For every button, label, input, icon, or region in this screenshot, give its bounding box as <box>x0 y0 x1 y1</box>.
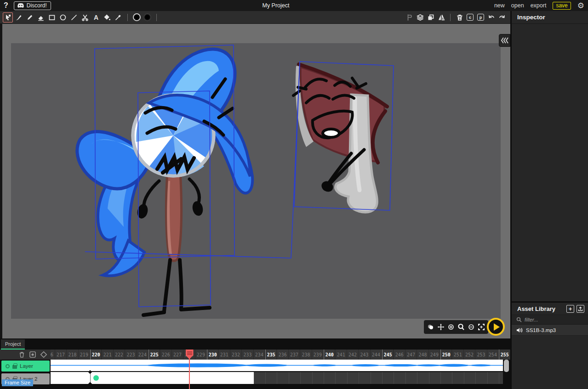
frame-number-cell[interactable]: 236 <box>277 350 289 360</box>
frame-gridline <box>324 372 324 384</box>
frame-number-cell[interactable]: 231 <box>219 350 230 360</box>
zoom-out-icon[interactable] <box>468 323 475 331</box>
frame-gridline <box>405 372 406 384</box>
frame-number-cell[interactable]: 251 <box>452 350 464 360</box>
frame-number-cell[interactable]: 249 <box>429 350 440 360</box>
delete-frame-icon[interactable] <box>18 351 25 358</box>
layer-visibility-icon[interactable] <box>6 364 10 368</box>
redo-icon[interactable] <box>497 12 507 23</box>
frame-number-cell[interactable]: 223 <box>125 350 137 360</box>
vertical-scrollbar[interactable] <box>504 360 509 372</box>
frame-number-cell[interactable]: 233 <box>242 350 253 360</box>
frame-number-cell[interactable]: 226 <box>160 350 172 360</box>
frame-number-cell[interactable]: 219 <box>79 350 90 360</box>
keyframe-dot[interactable] <box>93 375 99 381</box>
frame-number-cell[interactable]: 221 <box>102 350 114 360</box>
frame-number-cell[interactable]: 220 <box>90 350 102 360</box>
layer2-track[interactable] <box>51 372 503 384</box>
frames-area[interactable]: 2162172182192202212222232242252262272282… <box>51 350 510 389</box>
asset-item[interactable]: SS1B-3.mp3 <box>512 325 588 336</box>
frame-number-cell[interactable]: 242 <box>347 350 359 360</box>
top-bar: ? Discord! My Project new open export sa… <box>0 0 588 11</box>
frame-number-cell[interactable]: 255 <box>499 350 510 360</box>
frame-number-cell[interactable]: 241 <box>336 350 347 360</box>
recenter-icon[interactable] <box>478 323 485 331</box>
frame-number-cell[interactable]: 246 <box>394 350 405 360</box>
inspector-title: Inspector <box>517 14 545 21</box>
pan-icon[interactable] <box>437 323 445 331</box>
frame-number-cell[interactable]: 230 <box>207 350 218 360</box>
frame-number-cell[interactable]: 254 <box>487 350 499 360</box>
brush-tool[interactable] <box>14 12 24 23</box>
line-tool[interactable] <box>69 12 79 23</box>
collapse-panel-button[interactable] <box>499 34 510 47</box>
cursor-tool[interactable] <box>3 12 13 23</box>
ellipse-tool[interactable] <box>58 12 68 23</box>
frame-number-cell[interactable]: 243 <box>359 350 370 360</box>
frame-number-cell[interactable]: 217 <box>55 350 67 360</box>
frame-size-tooltip: Frame Size <box>2 379 33 386</box>
stack-icon[interactable] <box>415 12 425 23</box>
frame-number-cell[interactable]: 244 <box>371 350 382 360</box>
paste-icon[interactable]: p <box>475 12 486 23</box>
send-to-back-icon[interactable] <box>404 12 415 23</box>
asset-filter-input[interactable]: filter... <box>512 315 588 325</box>
flip-horizontal-icon[interactable] <box>436 12 446 23</box>
frame-number-cell[interactable]: 225 <box>148 350 160 360</box>
canvas-area[interactable] <box>0 24 512 338</box>
copy-icon[interactable]: c <box>465 12 475 23</box>
magnifier-icon[interactable] <box>457 323 465 331</box>
settings-gear-icon[interactable]: ⚙ <box>577 2 584 10</box>
save-button[interactable]: save <box>553 2 571 10</box>
filter-placeholder: filter... <box>525 317 538 322</box>
frame-number-cell[interactable]: 222 <box>114 350 125 360</box>
frame-number-cell[interactable]: 253 <box>475 350 487 360</box>
eraser-tool[interactable] <box>36 12 46 23</box>
tab-project[interactable]: Project <box>1 339 25 350</box>
play-button[interactable] <box>487 318 505 336</box>
pencil-tool[interactable] <box>25 12 35 23</box>
frame-number-cell[interactable]: 234 <box>254 350 265 360</box>
frame-number-cell[interactable]: 238 <box>300 350 312 360</box>
rectangle-tool[interactable] <box>47 12 57 23</box>
layer-row[interactable]: Layer <box>1 361 50 372</box>
frame-number-cell[interactable]: 240 <box>324 350 335 360</box>
audio-track[interactable] <box>51 360 503 371</box>
fill-bucket-tool[interactable] <box>102 12 112 23</box>
onion-skin-icon[interactable] <box>29 351 36 358</box>
frame-number-cell[interactable]: 247 <box>405 350 417 360</box>
undo-icon[interactable] <box>486 12 497 23</box>
frame-number-cell[interactable]: 248 <box>417 350 428 360</box>
lollipop-character[interactable] <box>77 49 252 315</box>
zoom-in-icon[interactable] <box>447 323 455 331</box>
frame-number-cell[interactable]: 252 <box>464 350 475 360</box>
cut-tool[interactable] <box>80 12 90 23</box>
axe-character[interactable] <box>293 64 387 212</box>
frame-number-cell[interactable]: 237 <box>289 350 300 360</box>
frame-number-cell[interactable]: 227 <box>172 350 183 360</box>
frame-number-cell[interactable]: 216 <box>51 350 55 360</box>
frame-gridline <box>371 372 371 384</box>
eyedropper-tool[interactable] <box>113 12 123 23</box>
stroke-color-swatch[interactable] <box>143 13 151 21</box>
empty-frames[interactable] <box>254 372 503 384</box>
fill-color-swatch[interactable] <box>133 13 141 21</box>
onion-skin-icon[interactable] <box>427 323 434 331</box>
export-asset-button[interactable] <box>577 305 584 313</box>
text-tool[interactable]: A <box>91 12 101 23</box>
add-asset-button[interactable]: + <box>566 305 574 313</box>
frame-number-cell[interactable]: 245 <box>382 350 394 360</box>
frame-number-cell[interactable]: 250 <box>440 350 452 360</box>
layer2-frame[interactable] <box>51 372 254 384</box>
layer-lock-icon[interactable] <box>12 365 17 369</box>
frame-number-cell[interactable]: 218 <box>67 350 78 360</box>
trash-icon[interactable] <box>454 12 465 23</box>
frame-number-cell[interactable]: 232 <box>230 350 242 360</box>
add-keyframe-icon[interactable] <box>40 351 47 358</box>
duplicate-icon[interactable] <box>425 12 436 23</box>
frame-number-cell[interactable]: 229 <box>195 350 207 360</box>
frame-number-cell[interactable]: 224 <box>137 350 148 360</box>
stage[interactable] <box>11 43 501 319</box>
frame-number-cell[interactable]: 239 <box>312 350 324 360</box>
frame-number-cell[interactable]: 235 <box>265 350 277 360</box>
